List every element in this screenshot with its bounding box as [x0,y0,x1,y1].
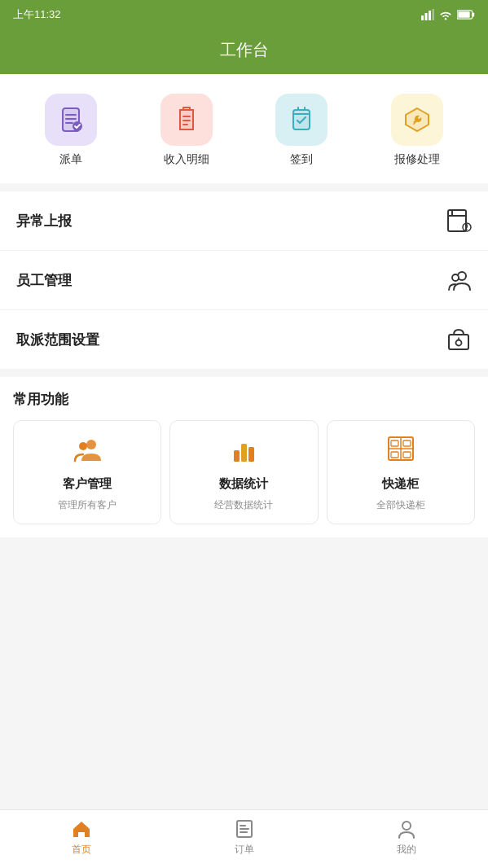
data-stats-card[interactable]: 数据统计 经营数据统计 [169,420,318,524]
wifi-icon [439,9,452,20]
customer-card-icon [71,434,103,470]
svg-rect-47 [240,831,248,833]
page-title: 工作台 [220,41,269,59]
orders-icon [234,818,255,840]
data-stats-card-icon [227,434,260,470]
locker-card-title: 快递柜 [382,476,419,492]
locker-card-subtitle: 全部快递柜 [376,498,425,512]
svg-rect-42 [391,452,398,458]
battery-icon [457,9,475,20]
svg-rect-5 [458,11,469,18]
nav-mine[interactable]: 我的 [325,818,488,857]
income-label: 收入明细 [164,152,209,167]
svg-rect-35 [241,444,247,462]
svg-point-48 [402,822,411,830]
dispatch-icon-item[interactable]: 派单 [45,94,97,167]
dispatch-range-title: 取派范围设置 [16,331,99,349]
svg-point-30 [456,340,462,346]
checkin-label: 签到 [290,152,313,167]
income-icon [172,105,201,134]
customer-card-title: 客户管理 [63,476,112,492]
menu-section: 异常上报 员工管理 取派范围设置 [0,191,488,369]
home-icon [71,818,92,840]
locker-card-icon [385,434,417,470]
employee-title: 员工管理 [16,271,72,290]
page-header: 工作台 [0,29,488,74]
common-functions-section: 常用功能 客户管理 管理所有客户 [0,377,488,537]
svg-point-33 [79,442,87,450]
bottom-navigation: 首页 订单 我的 [0,809,488,868]
svg-rect-16 [293,110,310,129]
customer-card[interactable]: 客户管理 管理所有客户 [13,420,161,524]
nav-home[interactable]: 首页 [0,818,163,857]
mine-nav-label: 我的 [397,843,416,857]
svg-rect-1 [425,13,428,20]
svg-rect-2 [429,11,431,20]
common-functions-grid: 客户管理 管理所有客户 数据统计 经营数据统计 [13,420,475,524]
nav-orders[interactable]: 订单 [163,818,326,857]
home-nav-label: 首页 [72,843,91,857]
svg-rect-45 [240,825,246,826]
main-content: 派单 收入明细 [0,74,488,594]
dispatch-range-menu-item[interactable]: 取派范围设置 [0,310,488,369]
employee-icon [446,267,472,293]
svg-rect-0 [421,15,424,20]
data-stats-card-subtitle: 经营数据统计 [214,498,273,512]
repair-icon-box [391,94,443,146]
signal-icon [421,9,434,20]
status-bar: 上午11:32 [0,0,488,29]
dispatch-icon [56,105,86,134]
mine-icon [396,818,417,840]
repair-label: 报修处理 [394,152,440,167]
svg-rect-46 [240,828,249,830]
locker-card[interactable]: 快递柜 全部快递柜 [327,420,475,524]
svg-rect-34 [234,450,240,462]
employee-menu-item[interactable]: 员工管理 [0,251,488,310]
svg-rect-3 [433,9,435,20]
status-icons [421,9,475,20]
checkin-icon-box [275,94,328,146]
dispatch-range-icon [446,327,472,353]
customer-card-subtitle: 管理所有客户 [58,498,117,512]
svg-rect-29 [449,335,468,349]
svg-rect-6 [473,12,474,16]
top-icons-section: 派单 收入明细 [0,74,488,183]
income-icon-box [160,94,213,146]
svg-rect-41 [403,441,411,446]
checkin-icon-item[interactable]: 签到 [275,94,328,167]
data-stats-card-title: 数据统计 [219,476,268,492]
exception-icon [446,208,472,234]
svg-rect-40 [391,441,398,446]
dispatch-label: 派单 [59,152,82,167]
svg-point-28 [452,274,459,281]
exception-title: 异常上报 [16,212,72,230]
svg-point-32 [86,440,96,449]
repair-icon-item[interactable]: 报修处理 [391,94,443,167]
repair-icon [402,105,432,134]
svg-rect-43 [403,452,411,458]
orders-nav-label: 订单 [235,843,254,857]
checkin-icon [287,105,316,134]
svg-rect-36 [248,447,254,462]
dispatch-icon-box [45,94,97,146]
exception-menu-item[interactable]: 异常上报 [0,191,488,251]
income-icon-item[interactable]: 收入明细 [160,94,213,167]
svg-point-26 [466,229,468,230]
common-functions-title: 常用功能 [13,390,475,409]
status-time: 上午11:32 [13,7,61,22]
